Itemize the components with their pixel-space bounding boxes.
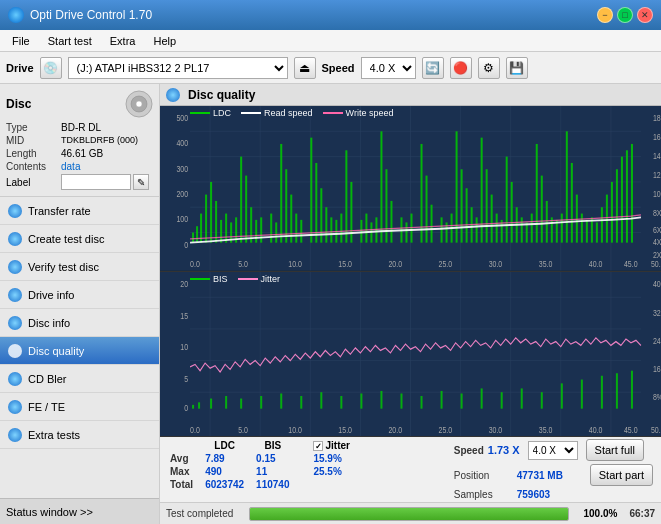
- transfer-rate-label: Transfer rate: [28, 205, 91, 217]
- sidebar-item-transfer-rate[interactable]: Transfer rate: [0, 197, 159, 225]
- svg-rect-126: [631, 144, 633, 243]
- label-input[interactable]: [61, 174, 131, 190]
- progress-label: Test completed: [166, 508, 241, 519]
- svg-text:14X: 14X: [653, 151, 661, 161]
- svg-text:15: 15: [180, 311, 188, 321]
- length-val: 46.61 GB: [61, 148, 153, 159]
- start-part-button[interactable]: Start part: [590, 464, 653, 486]
- chart-header: Disc quality: [160, 84, 661, 106]
- menu-help[interactable]: Help: [145, 33, 184, 49]
- eject-button[interactable]: ⏏: [294, 57, 316, 79]
- sidebar-item-extra-tests[interactable]: Extra tests: [0, 421, 159, 449]
- svg-rect-112: [561, 214, 563, 243]
- max-jitter: 25.5%: [307, 465, 355, 478]
- type-key: Type: [6, 122, 61, 133]
- disc-quality-label: Disc quality: [28, 345, 84, 357]
- jitter-header-cell: ✓ Jitter: [307, 439, 355, 452]
- sidebar-item-verify-test-disc[interactable]: Verify test disc: [0, 253, 159, 281]
- label-edit-button[interactable]: ✎: [133, 174, 149, 190]
- svg-text:0: 0: [184, 240, 188, 250]
- speed-key: Speed: [454, 445, 484, 456]
- svg-rect-49: [215, 201, 217, 243]
- mid-val: TDKBLDRFB (000): [61, 135, 153, 146]
- svg-text:16X: 16X: [653, 132, 661, 142]
- svg-text:200: 200: [176, 189, 188, 199]
- bis-header: BIS: [250, 439, 295, 452]
- speed-value: 1.73 X: [488, 444, 520, 456]
- svg-text:40.0: 40.0: [589, 259, 603, 269]
- transfer-rate-icon: [8, 204, 22, 218]
- svg-rect-101: [506, 157, 508, 243]
- content-area: Disc quality LDC Read speed Wr: [160, 84, 661, 524]
- svg-rect-76: [365, 214, 367, 243]
- svg-text:100: 100: [176, 215, 188, 225]
- svg-rect-107: [536, 144, 538, 243]
- legend-jitter-label: Jitter: [261, 274, 281, 284]
- svg-text:6X: 6X: [653, 225, 661, 235]
- create-test-disc-icon: [8, 232, 22, 246]
- menu-start-test[interactable]: Start test: [40, 33, 100, 49]
- svg-rect-73: [345, 150, 347, 242]
- svg-rect-51: [225, 214, 227, 243]
- menu-extra[interactable]: Extra: [102, 33, 144, 49]
- status-window-button[interactable]: Status window >>: [0, 498, 159, 524]
- menu-file[interactable]: File: [4, 33, 38, 49]
- close-button[interactable]: ✕: [637, 7, 653, 23]
- sidebar-item-disc-quality[interactable]: Disc quality: [0, 337, 159, 365]
- disc-quality-icon: [8, 344, 22, 358]
- start-full-button[interactable]: Start full: [586, 439, 644, 461]
- speed-label: Speed: [322, 62, 355, 74]
- avg-jitter: 15.9%: [307, 452, 355, 465]
- svg-text:30.0: 30.0: [489, 259, 503, 269]
- sidebar-item-create-test-disc[interactable]: Create test disc: [0, 225, 159, 253]
- svg-rect-88: [441, 217, 443, 242]
- sidebar-item-cd-bler[interactable]: CD Bler: [0, 365, 159, 393]
- total-ldc: 6023742: [199, 478, 250, 491]
- refresh-button[interactable]: 🔄: [422, 57, 444, 79]
- svg-text:12X: 12X: [653, 170, 661, 180]
- sidebar-item-disc-info[interactable]: Disc info: [0, 309, 159, 337]
- jitter-checkbox[interactable]: ✓: [313, 441, 323, 451]
- position-key: Position: [454, 470, 509, 481]
- position-row: Position 47731 MB Start part: [454, 464, 653, 486]
- length-key: Length: [6, 148, 61, 159]
- type-val: BD-R DL: [61, 122, 153, 133]
- svg-rect-121: [606, 195, 608, 243]
- legend-bis: BIS: [190, 274, 228, 284]
- svg-text:10: 10: [180, 342, 188, 352]
- legend-ldc: LDC: [190, 108, 231, 118]
- svg-rect-178: [481, 388, 483, 408]
- settings-button1[interactable]: 🔴: [450, 57, 472, 79]
- nav-items: Transfer rate Create test disc Verify te…: [0, 197, 159, 498]
- svg-text:15.0: 15.0: [338, 424, 352, 434]
- cd-bler-icon: [8, 372, 22, 386]
- svg-text:20.0: 20.0: [388, 424, 402, 434]
- drive-select[interactable]: (J:) ATAPI iHBS312 2 PL17: [68, 57, 288, 79]
- svg-rect-170: [320, 392, 322, 408]
- status-window-label: Status window >>: [6, 506, 93, 518]
- speed-select[interactable]: 4.0 X: [361, 57, 416, 79]
- contents-key: Contents: [6, 161, 61, 172]
- svg-rect-179: [501, 392, 503, 408]
- svg-text:8X: 8X: [653, 208, 661, 218]
- legend-write-speed-label: Write speed: [346, 108, 394, 118]
- disc-info-label: Disc info: [28, 317, 70, 329]
- svg-rect-66: [310, 138, 312, 243]
- maximize-button[interactable]: □: [617, 7, 633, 23]
- svg-text:5.0: 5.0: [238, 424, 248, 434]
- sidebar-item-fe-te[interactable]: FE / TE: [0, 393, 159, 421]
- drive-icon-btn[interactable]: 💿: [40, 57, 62, 79]
- save-button[interactable]: 💾: [506, 57, 528, 79]
- minimize-button[interactable]: −: [597, 7, 613, 23]
- svg-text:0.0: 0.0: [190, 259, 200, 269]
- disc-label-row: Label ✎: [6, 174, 153, 190]
- speed-select-stats[interactable]: 4.0 X: [528, 441, 578, 460]
- svg-text:50.0 GB: 50.0 GB: [651, 259, 661, 269]
- settings-button2[interactable]: ⚙: [478, 57, 500, 79]
- svg-rect-60: [275, 222, 277, 242]
- svg-rect-177: [461, 393, 463, 408]
- svg-text:300: 300: [176, 164, 188, 174]
- sidebar-item-drive-info[interactable]: Drive info: [0, 281, 159, 309]
- svg-rect-55: [245, 176, 247, 243]
- svg-rect-120: [601, 207, 603, 242]
